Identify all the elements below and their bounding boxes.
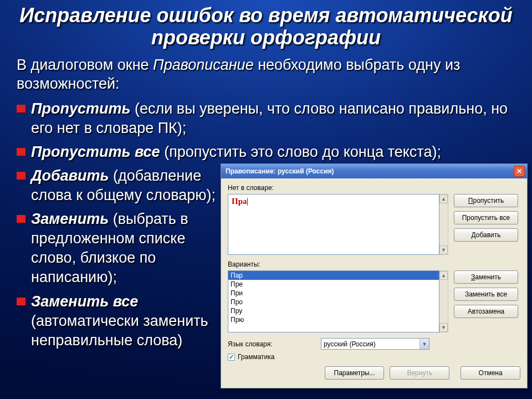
replace-button[interactable]: Заменить (454, 270, 518, 284)
add-button[interactable]: Добавить (454, 228, 518, 242)
variants-label: Варианты: (228, 260, 520, 268)
scroll-up-icon[interactable]: ▲ (439, 195, 448, 203)
variants-listbox[interactable]: ПарПреПриПроПруПрю (228, 270, 439, 332)
revert-button: Вернуть (390, 366, 449, 380)
list-item: Заменить все (автоматически заменить неп… (17, 292, 222, 350)
chevron-down-icon[interactable]: ▼ (420, 339, 429, 349)
cancel-button[interactable]: Отмена (461, 366, 520, 380)
skip-all-button[interactable]: Пропустить все (454, 211, 518, 224)
variant-option[interactable]: При (228, 289, 439, 298)
list-item: Добавить (добавление слова к общему слов… (17, 166, 222, 205)
list-item: Заменить (выбрать в предложенном списке … (17, 209, 222, 287)
not-in-dictionary-label: Нет в словаре: (228, 184, 520, 192)
parameters-button[interactable]: Параметры... (325, 366, 385, 380)
scroll-down-icon[interactable]: ▼ (439, 323, 448, 332)
list-item: Пропустить (если вы уверены, что слово н… (17, 99, 520, 138)
not-in-dictionary-textbox[interactable]: Пра (228, 194, 439, 255)
grammar-checkbox-label: Грамматика (238, 353, 274, 361)
dialog-titlebar: Правописание: русский (Россия) ✕ (221, 164, 527, 178)
variant-option[interactable]: Пар (228, 271, 439, 280)
variant-option[interactable]: Пре (228, 280, 439, 289)
skip-button[interactable]: Пропустить (454, 194, 518, 207)
variant-option[interactable]: Пру (228, 306, 439, 315)
dictionary-language-label: Язык словаря: (228, 340, 316, 348)
spellcheck-dialog: Правописание: русский (Россия) ✕ Нет в с… (221, 163, 528, 388)
scroll-down-icon[interactable]: ▼ (439, 245, 448, 254)
variant-option[interactable]: Про (228, 298, 439, 306)
variant-option[interactable]: Прю (228, 315, 439, 324)
replace-all-button[interactable]: Заменить все (454, 288, 518, 301)
textbox-scrollbar[interactable]: ▲ ▼ (439, 194, 448, 255)
dialog-title-text: Правописание: русский (Россия) (226, 167, 334, 175)
intro-text: В диалоговом окне Правописание необходим… (12, 56, 520, 94)
grammar-checkbox[interactable]: ✓ (228, 354, 235, 361)
dictionary-language-select[interactable]: русский (Россия) ▼ (321, 338, 429, 350)
slide-title: Исправление ошибок во время автоматическ… (12, 4, 520, 48)
close-icon[interactable]: ✕ (514, 166, 525, 177)
listbox-scrollbar[interactable]: ▲ ▼ (439, 270, 448, 332)
list-item: Пропустить все (пропустить это слово до … (17, 142, 520, 162)
scroll-up-icon[interactable]: ▲ (439, 271, 448, 280)
autocorrect-button[interactable]: Автозамена (454, 305, 518, 318)
